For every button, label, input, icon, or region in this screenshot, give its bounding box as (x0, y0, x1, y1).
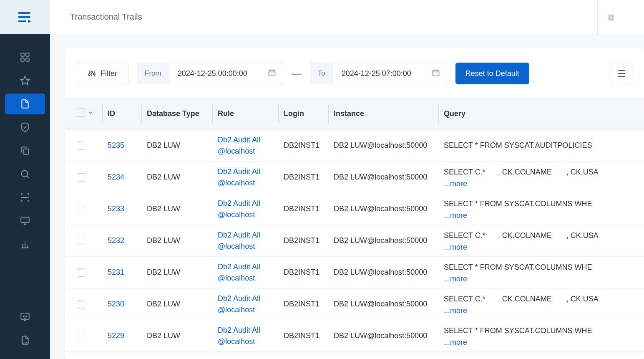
table-row: 5233DB2 LUWDb2 Audit All@localhostDB2INS… (65, 193, 644, 225)
nav-security[interactable] (5, 117, 45, 138)
nav-chat[interactable] (5, 306, 45, 327)
svg-rect-3 (26, 58, 29, 61)
select-all-checkbox[interactable] (77, 109, 85, 117)
query-cell: SELECT C.* , CK.COLNAME , CK.USA (444, 231, 599, 240)
rule-link[interactable]: Db2 Audit All@localhost (218, 199, 260, 219)
rule-link[interactable]: Db2 Audit All@localhost (218, 231, 260, 250)
filter-icon (88, 70, 96, 77)
login-cell: DB2INST1 (279, 225, 329, 257)
menu-icon (617, 70, 626, 77)
instance-cell: DB2 LUW@localhost:50000 (329, 162, 439, 193)
shield-icon (20, 122, 30, 133)
more-link[interactable]: ...more (444, 338, 639, 347)
table-row: 5234DB2 LUWDb2 Audit All@localhostDB2INS… (65, 162, 644, 193)
id-link[interactable]: 5233 (108, 205, 124, 213)
table-row: 5229DB2 LUWDb2 Audit All@localhostDB2INS… (65, 320, 644, 352)
search-icon (20, 169, 30, 180)
query-cell: SELECT * FROM SYSCAT.COLUMNS WHE (444, 200, 592, 208)
instance-cell: DB2 LUW@localhost:50000 (329, 130, 439, 162)
id-link[interactable]: 5231 (108, 268, 124, 276)
filter-button[interactable]: Filter (77, 63, 128, 84)
topbar-tasks[interactable] (597, 0, 624, 34)
dbtype-cell: DB2 LUW (142, 288, 213, 320)
grid-icon (20, 52, 30, 63)
monitor-icon (20, 215, 30, 226)
filter-label: Filter (101, 69, 117, 78)
reset-button[interactable]: Reset to Default (455, 63, 529, 84)
login-cell: DB2INST1 (279, 320, 329, 352)
calendar-icon[interactable] (425, 68, 447, 78)
more-link[interactable]: ...more (444, 211, 639, 220)
bar-chart-icon (20, 239, 30, 250)
dbtype-cell: DB2 LUW (142, 130, 213, 162)
nav-favorites[interactable] (5, 70, 45, 91)
query-cell: SELECT * FROM SYSCAT.COLUMNS WHE (444, 263, 592, 271)
nav-doc[interactable]: DOC (5, 330, 45, 351)
logo[interactable] (0, 0, 50, 34)
chevron-down-icon[interactable] (88, 110, 93, 116)
id-link[interactable]: 5235 (108, 141, 124, 149)
from-date-input[interactable]: From (137, 63, 283, 84)
nav-trails[interactable] (5, 94, 45, 114)
col-dbtype[interactable]: Database Type (142, 98, 213, 130)
menu-button[interactable] (611, 63, 632, 84)
star-icon (20, 75, 30, 86)
row-checkbox[interactable] (77, 237, 85, 245)
nav-monitor[interactable] (5, 210, 45, 231)
more-link[interactable]: ...more (444, 180, 639, 188)
id-link[interactable]: 5230 (108, 300, 124, 308)
doc-icon: DOC (20, 335, 30, 346)
login-cell: DB2INST1 (279, 288, 329, 320)
rule-link[interactable]: Db2 Audit All@localhost (218, 263, 260, 282)
row-checkbox[interactable] (77, 142, 85, 150)
nav-copy[interactable] (5, 140, 45, 161)
row-checkbox[interactable] (77, 300, 85, 308)
more-link[interactable]: ...more (444, 306, 639, 315)
col-id[interactable]: ID (103, 98, 142, 130)
dbtype-cell: DB2 LUW (142, 225, 213, 257)
instance-cell: DB2 LUW@localhost:50000 (329, 257, 439, 288)
col-login[interactable]: Login (279, 98, 329, 130)
content-card: Filter From — To (65, 48, 644, 359)
query-cell: SELECT C.* , CK.COLNAME , CK.USA (444, 168, 599, 176)
to-date-input[interactable]: To (310, 63, 447, 84)
from-label: From (137, 63, 169, 84)
login-cell: DB2INST1 (279, 193, 329, 225)
nav-search[interactable] (5, 164, 45, 185)
col-checkbox (65, 98, 103, 130)
svg-rect-16 (269, 70, 275, 76)
svg-rect-1 (26, 53, 29, 56)
row-checkbox[interactable] (77, 205, 85, 213)
svg-point-13 (88, 74, 90, 76)
dbtype-cell: DB2 LUW (142, 320, 213, 352)
rule-link[interactable]: Db2 Audit All@localhost (218, 167, 260, 187)
nav-dashboard[interactable] (5, 47, 45, 68)
sidebar: DOC (0, 0, 50, 359)
svg-point-5 (21, 170, 28, 177)
row-checkbox[interactable] (77, 332, 85, 340)
table-row: 5232DB2 LUWDb2 Audit All@localhostDB2INS… (65, 225, 644, 257)
id-link[interactable]: 5229 (108, 331, 124, 340)
calendar-icon[interactable] (261, 68, 283, 78)
svg-point-9 (26, 316, 27, 317)
clipboard-check-icon (606, 13, 616, 22)
rule-link[interactable]: Db2 Audit All@localhost (218, 136, 260, 155)
login-cell: DB2INST1 (279, 162, 329, 193)
more-link[interactable]: ...more (444, 243, 639, 252)
more-link[interactable]: ...more (444, 275, 639, 283)
rule-link[interactable]: Db2 Audit All@localhost (218, 326, 260, 346)
row-checkbox[interactable] (77, 173, 85, 182)
to-value[interactable] (333, 69, 425, 78)
nav-reports[interactable] (5, 234, 45, 255)
id-link[interactable]: 5232 (108, 236, 124, 245)
col-query[interactable]: Query (439, 98, 644, 130)
from-value[interactable] (169, 69, 261, 78)
id-link[interactable]: 5234 (108, 173, 124, 181)
nav-scan[interactable] (5, 187, 45, 208)
instance-cell: DB2 LUW@localhost:50000 (329, 193, 439, 225)
col-rule[interactable]: Rule (213, 98, 279, 130)
toolbar: Filter From — To (65, 63, 644, 98)
row-checkbox[interactable] (77, 268, 85, 277)
col-instance[interactable]: Instance (329, 98, 439, 130)
rule-link[interactable]: Db2 Audit All@localhost (218, 294, 260, 314)
